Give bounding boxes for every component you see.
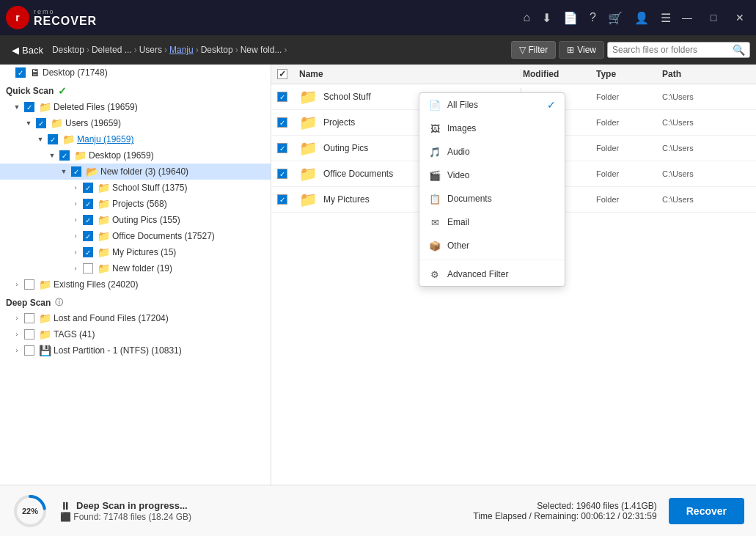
tree-toggle-existing[interactable]: › [12, 279, 22, 290]
tree-checkbox-office[interactable]: ✓ [83, 231, 93, 241]
tree-checkbox-existing[interactable] [24, 279, 34, 290]
filter-item-audio[interactable]: 🎵 Audio [419, 140, 565, 164]
search-icon[interactable]: 🔍 [733, 44, 745, 56]
logo-recover-text: RECOVER [34, 15, 97, 27]
folder-icon-existing: 📁 [39, 279, 51, 290]
tree-toggle-newfolder[interactable]: › [70, 263, 81, 273]
row-check-projects[interactable]: ✓ [277, 117, 299, 128]
close-button[interactable]: ✕ [730, 7, 750, 28]
tree-toggle-root[interactable] [3, 67, 13, 78]
tree-item-tags[interactable]: › 📁 TAGS (41) [0, 326, 271, 342]
back-button[interactable]: ◀ Back [6, 42, 49, 59]
filter-item-email[interactable]: ✉ Email [419, 210, 565, 234]
filter-item-images[interactable]: 🖼 Images [419, 117, 565, 140]
tree-item-projects[interactable]: › ✓ 📁 Projects (568) [0, 196, 271, 212]
folder-icon-new-folder-3: 📂 [86, 166, 98, 177]
tree-checkbox-lostfound[interactable] [24, 313, 34, 323]
tree-toggle-lostfound[interactable]: › [12, 313, 22, 323]
tree-toggle-outing[interactable]: › [70, 215, 81, 225]
header-modified: Modified [523, 69, 596, 79]
tree-item-school-stuff[interactable]: › ✓ 📁 School Stuff (1375) [0, 180, 271, 196]
tree-item-existing-files[interactable]: › 📁 Existing Files (24020) [0, 276, 271, 293]
tree-checkbox-mypic[interactable]: ✓ [83, 247, 93, 257]
breadcrumb-desktop[interactable]: Desktop [52, 45, 84, 55]
deep-scan-label: Deep Scan [6, 298, 51, 308]
scan-found-text: Found: 71748 files (18.24 GB) [73, 512, 191, 522]
tree-toggle-partition[interactable]: › [12, 345, 22, 356]
tree-toggle-new-folder-3[interactable]: ▼ [59, 166, 69, 177]
breadcrumb: Desktop › Deleted ... › Users › Manju › … [52, 45, 508, 55]
header-check[interactable]: ✓ [277, 69, 299, 79]
tree-checkbox-school[interactable]: ✓ [83, 183, 93, 193]
tree-item-users[interactable]: ▼ ✓ 📁 Users (19659) [0, 115, 271, 131]
tree-item-deleted-files[interactable]: ▼ ✓ 📁 Deleted Files (19659) [0, 99, 271, 115]
minimize-button[interactable]: — [677, 7, 697, 28]
pause-icon[interactable]: ⏸ [60, 500, 70, 512]
menu-icon[interactable]: ☰ [661, 11, 671, 25]
tree-root-desktop[interactable]: ✓ 🖥 Desktop (71748) [0, 65, 271, 81]
cart-icon[interactable]: 🛒 [608, 11, 623, 25]
tree-checkbox-manju[interactable]: ✓ [48, 134, 58, 144]
user-icon[interactable]: 👤 [634, 11, 649, 25]
table-header: ✓ Name Modified Type Path [271, 65, 756, 84]
tree-item-my-pictures[interactable]: › ✓ 📁 My Pictures (15) [0, 244, 271, 260]
tree-item-lost-partition[interactable]: › 💾 Lost Partition - 1 (NTFS) (10831) [0, 342, 271, 359]
tree-toggle-projects[interactable]: › [70, 199, 81, 209]
tree-toggle-users[interactable]: ▼ [23, 118, 34, 128]
tree-toggle-school[interactable]: › [70, 183, 81, 193]
tree-item-manju[interactable]: ▼ ✓ 📁 Manju (19659) [0, 131, 271, 147]
row-check-school[interactable]: ✓ [277, 92, 299, 102]
filter-item-other[interactable]: 📦 Other [419, 234, 565, 257]
back-label: Back [22, 45, 43, 56]
maximize-button[interactable]: □ [703, 7, 724, 28]
row-type-projects: Folder [596, 118, 662, 127]
tree-checkbox-root[interactable]: ✓ [15, 67, 26, 78]
tree-item-desktop-sub[interactable]: ▼ ✓ 📁 Desktop (19659) [0, 147, 271, 164]
filter-dropdown-menu[interactable]: 📄 All Files ✓ 🖼 Images 🎵 Audio 🎬 Video 📋… [419, 92, 565, 287]
view-button[interactable]: ⊞ View [559, 41, 604, 59]
tree-toggle-mypic[interactable]: › [70, 247, 81, 257]
tree-toggle-tags[interactable]: › [12, 329, 22, 339]
tree-checkbox-tags[interactable] [24, 329, 34, 339]
recover-button[interactable]: Recover [669, 498, 744, 524]
breadcrumb-newfold[interactable]: New fold... [241, 45, 282, 55]
tree-checkbox-deleted[interactable]: ✓ [24, 102, 34, 112]
tree-item-new-folder[interactable]: › 📁 New folder (19) [0, 260, 271, 276]
images-icon: 🖼 [428, 122, 441, 135]
row-check-mypic[interactable]: ✓ [277, 194, 299, 205]
tree-checkbox-new-folder-3[interactable]: ✓ [71, 166, 81, 177]
tree-toggle-manju[interactable]: ▼ [35, 134, 45, 144]
all-files-check: ✓ [547, 99, 556, 111]
filter-item-documents[interactable]: 📋 Documents [419, 187, 565, 210]
help-icon[interactable]: ? [590, 11, 596, 24]
tree-item-lost-found[interactable]: › 📁 Lost and Found Files (17204) [0, 310, 271, 326]
tree-item-new-folder-3[interactable]: ▼ ✓ 📂 New folder (3) (19640) [0, 164, 271, 180]
tree-toggle-desktop-sub[interactable]: ▼ [47, 150, 57, 161]
tree-checkbox-partition[interactable] [24, 345, 34, 356]
search-box[interactable]: 🔍 [607, 42, 750, 58]
tree-item-outing-pics[interactable]: › ✓ 📁 Outing Pics (155) [0, 212, 271, 228]
filter-item-video[interactable]: 🎬 Video [419, 164, 565, 187]
tree-toggle-deleted[interactable]: ▼ [12, 102, 22, 112]
file-icon[interactable]: 📄 [563, 11, 578, 25]
filter-item-advanced[interactable]: ⚙ Advanced Filter [419, 263, 565, 286]
breadcrumb-deleted[interactable]: Deleted ... [92, 45, 132, 55]
tree-checkbox-newfolder[interactable] [83, 263, 93, 273]
breadcrumb-users[interactable]: Users [139, 45, 162, 55]
search-input[interactable] [612, 45, 730, 55]
breadcrumb-desktop2[interactable]: Desktop [201, 45, 233, 55]
download-icon[interactable]: ⬇ [542, 11, 551, 25]
filter-button[interactable]: ▽ Filter [511, 41, 557, 59]
row-check-outing[interactable]: ✓ [277, 143, 299, 153]
documents-label: Documents [447, 194, 556, 204]
filter-item-all-files[interactable]: 📄 All Files ✓ [419, 93, 565, 117]
home-icon[interactable]: ⌂ [523, 11, 530, 24]
tree-checkbox-projects[interactable]: ✓ [83, 199, 93, 209]
row-check-office[interactable]: ✓ [277, 169, 299, 179]
tree-checkbox-desktop-sub[interactable]: ✓ [59, 150, 70, 161]
tree-toggle-office[interactable]: › [70, 231, 81, 241]
breadcrumb-manju[interactable]: Manju [169, 45, 194, 55]
tree-item-office-docs[interactable]: › ✓ 📁 Office Documents (17527) [0, 228, 271, 244]
tree-checkbox-outing[interactable]: ✓ [83, 215, 93, 225]
tree-checkbox-users[interactable]: ✓ [36, 118, 46, 128]
